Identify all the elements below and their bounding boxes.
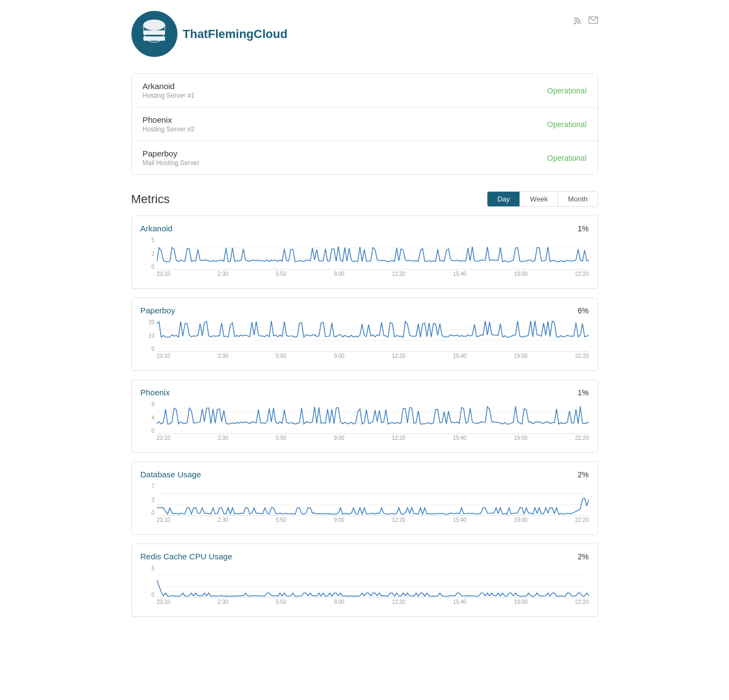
- y-label: 0: [151, 592, 155, 598]
- chart-container: 20100 23:102:305:509:0012:2015:4019:0022…: [141, 319, 589, 363]
- chart-header: Redis Cache CPU Usage 2%: [141, 552, 589, 561]
- chart-svg: [157, 237, 589, 269]
- mail-icon[interactable]: [588, 16, 598, 27]
- chart-title: Arkanoid: [141, 224, 173, 233]
- x-label: 23:10: [157, 353, 170, 363]
- y-label: 0: [151, 346, 155, 352]
- chart-svg: [157, 319, 589, 351]
- server-info: Phoenix Hosting Server #2: [143, 115, 195, 133]
- chart-header: Arkanoid 1%: [141, 224, 589, 233]
- y-label: 5: [151, 237, 155, 243]
- chart-percentage: 2%: [578, 552, 588, 561]
- chart-area: [157, 401, 589, 434]
- server-info: Arkanoid Hosting Server #1: [143, 81, 195, 99]
- x-label: 12:20: [392, 517, 405, 527]
- chart-header: Database Usage 2%: [141, 470, 589, 479]
- status-badge: Operational: [547, 120, 586, 129]
- x-label: 19:00: [514, 353, 528, 363]
- metrics-title: Metrics: [131, 192, 170, 206]
- x-label: 22:20: [575, 353, 588, 363]
- chart-area: [157, 565, 589, 598]
- logo-icon: [141, 18, 168, 49]
- x-label: 19:00: [514, 517, 528, 527]
- chart-line: [157, 580, 589, 596]
- chart-percentage: 2%: [578, 470, 588, 479]
- chart-y-labels: 730: [141, 483, 157, 516]
- x-label: 15:40: [453, 599, 466, 609]
- y-label: 7: [151, 483, 155, 489]
- x-label: 23:10: [157, 517, 170, 527]
- x-label: 5:50: [276, 353, 286, 363]
- chart-card: Redis Cache CPU Usage 2% 60 23:102:305:5…: [131, 544, 598, 617]
- charts-container: Arkanoid 1% 520 23:102:305:509:0012:2015…: [131, 216, 598, 617]
- x-label: 22:20: [575, 517, 588, 527]
- x-label: 15:40: [453, 271, 466, 281]
- chart-percentage: 6%: [578, 306, 588, 315]
- x-label: 12:20: [392, 271, 405, 281]
- rss-icon[interactable]: [573, 16, 582, 27]
- x-label: 22:20: [575, 599, 588, 609]
- x-label: 15:40: [453, 517, 466, 527]
- table-row: Phoenix Hosting Server #2 Operational: [132, 108, 598, 141]
- chart-percentage: 1%: [578, 388, 588, 397]
- chart-y-labels: 940: [141, 401, 157, 434]
- x-label: 12:20: [392, 353, 405, 363]
- x-label: 22:20: [575, 271, 588, 281]
- table-row: Paperboy Mail Hosting Server Operational: [132, 141, 598, 174]
- table-row: Arkanoid Hosting Server #1 Operational: [132, 74, 598, 108]
- chart-svg: [157, 483, 589, 515]
- chart-x-labels: 23:102:305:509:0012:2015:4019:0022:20: [157, 353, 589, 363]
- x-label: 23:10: [157, 599, 170, 609]
- svg-rect-1: [143, 30, 165, 35]
- y-label: 4: [151, 415, 155, 421]
- y-label: 10: [148, 333, 154, 339]
- chart-container: 730 23:102:305:509:0012:2015:4019:0022:2…: [141, 483, 589, 527]
- x-label: 5:50: [276, 517, 286, 527]
- chart-title: Database Usage: [141, 470, 201, 479]
- x-label: 15:40: [453, 353, 466, 363]
- chart-x-labels: 23:102:305:509:0012:2015:4019:0022:20: [157, 599, 589, 609]
- x-label: 9:00: [334, 517, 344, 527]
- status-badge: Operational: [547, 154, 586, 162]
- chart-line: [157, 321, 589, 337]
- x-label: 22:20: [575, 435, 588, 445]
- chart-title: Phoenix: [141, 388, 170, 397]
- chart-line: [157, 406, 589, 424]
- x-label: 9:00: [334, 435, 344, 445]
- svg-point-3: [574, 22, 576, 24]
- x-label: 5:50: [276, 599, 286, 609]
- chart-y-labels: 520: [141, 237, 157, 270]
- y-label: 20: [148, 319, 154, 325]
- filter-week-button[interactable]: Week: [520, 192, 558, 206]
- chart-card: Paperboy 6% 20100 23:102:305:509:0012:20…: [131, 298, 598, 371]
- chart-title: Redis Cache CPU Usage: [141, 552, 232, 561]
- svg-point-0: [143, 20, 165, 30]
- x-label: 9:00: [334, 271, 344, 281]
- x-label: 23:10: [157, 271, 170, 281]
- server-desc: Hosting Server #2: [143, 125, 195, 133]
- chart-y-labels: 20100: [141, 319, 157, 352]
- y-label: 0: [151, 428, 155, 434]
- x-label: 2:30: [218, 517, 228, 527]
- server-desc: Mail Hosting Server: [143, 159, 200, 167]
- chart-x-labels: 23:102:305:509:0012:2015:4019:0022:20: [157, 517, 589, 527]
- y-label: 6: [151, 565, 155, 571]
- metrics-header: Metrics Day Week Month: [131, 191, 598, 207]
- brand-name: ThatFlemingCloud: [183, 27, 288, 41]
- y-label: 2: [151, 251, 155, 257]
- filter-month-button[interactable]: Month: [558, 192, 597, 206]
- server-name: Arkanoid: [143, 81, 195, 91]
- status-badge: Operational: [547, 86, 586, 95]
- x-label: 2:30: [218, 599, 228, 609]
- time-filters: Day Week Month: [487, 191, 598, 207]
- filter-day-button[interactable]: Day: [487, 192, 520, 206]
- x-label: 2:30: [218, 271, 228, 281]
- x-label: 5:50: [276, 435, 286, 445]
- chart-card: Database Usage 2% 730 23:102:305:509:001…: [131, 462, 598, 535]
- server-name: Phoenix: [143, 115, 195, 124]
- server-info: Paperboy Mail Hosting Server: [143, 149, 200, 167]
- x-label: 2:30: [218, 435, 228, 445]
- chart-x-labels: 23:102:305:509:0012:2015:4019:0022:20: [157, 271, 589, 281]
- chart-header: Paperboy 6%: [141, 306, 589, 315]
- chart-y-labels: 60: [141, 565, 157, 598]
